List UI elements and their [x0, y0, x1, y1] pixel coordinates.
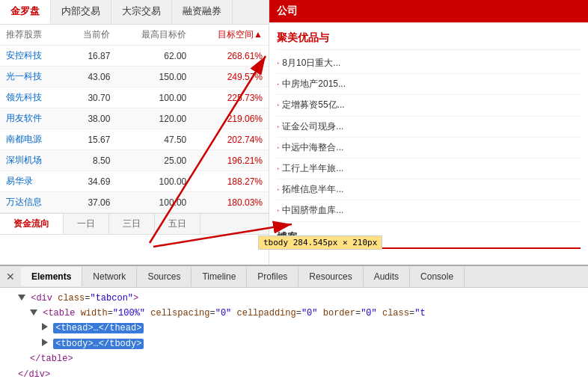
- stock-price: 8.50: [64, 150, 117, 171]
- stock-name: 南都电源: [0, 129, 64, 150]
- stock-space: 219.06%: [192, 108, 269, 129]
- stock-space: 268.61%: [192, 46, 269, 67]
- html-line-1: <div class="tabcon">: [6, 291, 582, 306]
- expand-icon-1[interactable]: [18, 295, 25, 301]
- devtools-tab-timeline[interactable]: Timeline: [192, 267, 247, 286]
- stock-space: 196.21%: [192, 150, 269, 171]
- tooltip-box: tbody 284.545px × 210px: [258, 235, 382, 250]
- sub-tab-1day[interactable]: 一日: [64, 214, 109, 234]
- html-line-2: <table width="100%" cellspacing="0" cell…: [6, 306, 582, 321]
- html-line-6: </div>: [6, 367, 582, 382]
- stock-high: 100.00: [116, 171, 192, 192]
- stock-price: 38.00: [64, 108, 117, 129]
- tab-bar: 金罗盘 内部交易 大宗交易 融资融券: [0, 0, 269, 25]
- devtools-tab-bar: ✕ Elements Network Sources Timeline Prof…: [0, 266, 588, 288]
- tab-neibujiaoy[interactable]: 内部交易: [51, 0, 111, 24]
- devtools-content: <div class="tabcon"> <table width="100%"…: [0, 288, 588, 385]
- stock-name: 易华录: [0, 171, 64, 192]
- stock-table: 推荐股票 当前价 最高目标价 目标空间▲ 安控科技 16.87 62.00 26…: [0, 25, 269, 213]
- news-item[interactable]: 工行上半年旅...: [277, 158, 581, 179]
- expand-icon-4[interactable]: [42, 339, 48, 346]
- table-row[interactable]: 用友软件 38.00 120.00 219.06%: [0, 108, 269, 129]
- stock-high: 62.00: [116, 46, 192, 67]
- right-panel: 公司 聚美优品与 8月10日重大...中房地产2015...定增募资55亿...…: [269, 0, 588, 268]
- stock-high: 100.00: [116, 87, 192, 108]
- devtools-panel: ✕ Elements Network Sources Timeline Prof…: [0, 265, 588, 385]
- news-item[interactable]: 拓维信息半年...: [277, 179, 581, 200]
- table-row[interactable]: 领先科技 30.70 100.00 225.73%: [0, 87, 269, 108]
- stock-panel: 金罗盘 内部交易 大宗交易 融资融券 推荐股票 当前价 最高目标价 目标空间▲ …: [0, 0, 269, 268]
- stock-price: 30.70: [64, 87, 117, 108]
- news-list: 8月10日重大...中房地产2015...定增募资55亿...证金公司现身...…: [277, 50, 581, 225]
- company-content: 聚美优品与 8月10日重大...中房地产2015...定增募资55亿...证金公…: [269, 22, 588, 256]
- stock-name: 光一科技: [0, 67, 64, 87]
- stock-high: 47.50: [116, 129, 192, 150]
- devtools-tab-sources[interactable]: Sources: [137, 267, 192, 286]
- sub-tabs: 资金流向 一日 三日 五日: [0, 213, 269, 235]
- devtools-close-icon[interactable]: ✕: [0, 266, 21, 287]
- news-item[interactable]: 证金公司现身...: [277, 117, 581, 138]
- stock-space: 202.74%: [192, 129, 269, 150]
- devtools-tab-console[interactable]: Console: [410, 267, 465, 286]
- devtools-tab-elements[interactable]: Elements: [21, 267, 82, 286]
- stock-price: 43.06: [64, 67, 117, 87]
- col-price: 当前价: [64, 25, 117, 46]
- stock-high: 100.00: [116, 192, 192, 213]
- stock-price: 34.69: [64, 171, 117, 192]
- stock-name: 安控科技: [0, 46, 64, 67]
- stock-high: 25.00: [116, 150, 192, 171]
- table-row[interactable]: 南都电源 15.67 47.50 202.74%: [0, 129, 269, 150]
- table-row[interactable]: 易华录 34.69 100.00 188.27%: [0, 171, 269, 192]
- table-row[interactable]: 光一科技 43.06 150.00 249.57%: [0, 67, 269, 87]
- stock-space: 249.57%: [192, 67, 269, 87]
- stock-price: 15.67: [64, 129, 117, 150]
- col-high: 最高目标价: [116, 25, 192, 46]
- stock-name: 用友软件: [0, 108, 64, 129]
- html-line-5: </table>: [6, 351, 582, 366]
- sub-tab-cashflow[interactable]: 资金流向: [0, 214, 64, 234]
- stock-high: 120.00: [116, 108, 192, 129]
- news-item[interactable]: 定增募资55亿...: [277, 95, 581, 116]
- devtools-tab-resources[interactable]: Resources: [298, 267, 363, 286]
- stock-name: 领先科技: [0, 87, 64, 108]
- news-item[interactable]: 8月10日重大...: [277, 53, 581, 74]
- table-row[interactable]: 安控科技 16.87 62.00 268.61%: [0, 46, 269, 67]
- sub-tab-3day[interactable]: 三日: [109, 214, 155, 234]
- tab-jinluopan[interactable]: 金罗盘: [0, 0, 51, 24]
- stock-name: 深圳机场: [0, 150, 64, 171]
- table-row[interactable]: 万达信息 37.06 100.00 180.03%: [0, 192, 269, 213]
- stock-name: 万达信息: [0, 192, 64, 213]
- stock-price: 37.06: [64, 192, 117, 213]
- col-name: 推荐股票: [0, 25, 64, 46]
- news-item[interactable]: 中国脐带血库...: [277, 200, 581, 221]
- company-name: 聚美优品与: [277, 27, 581, 50]
- stock-price: 16.87: [64, 46, 117, 67]
- sub-tab-5day[interactable]: 五日: [155, 214, 200, 234]
- col-space: 目标空间▲: [192, 25, 269, 46]
- company-header: 公司: [269, 0, 588, 22]
- news-item[interactable]: 中远中海整合...: [277, 138, 581, 158]
- html-line-3: <thead>…</thead>: [6, 321, 582, 336]
- stock-space: 188.27%: [192, 171, 269, 192]
- stock-high: 150.00: [116, 67, 192, 87]
- devtools-tab-profiles[interactable]: Profiles: [247, 267, 298, 286]
- expand-icon-3[interactable]: [42, 323, 48, 330]
- news-item[interactable]: 中房地产2015...: [277, 74, 581, 95]
- tbody-highlight[interactable]: <tbody>…</tbody>: [53, 339, 144, 349]
- tab-dazongjiaoyi[interactable]: 大宗交易: [111, 0, 172, 24]
- table-row[interactable]: 深圳机场 8.50 25.00 196.21%: [0, 150, 269, 171]
- stock-space: 225.73%: [192, 87, 269, 108]
- tab-ronzirongquan[interactable]: 融资融券: [172, 0, 233, 24]
- html-line-4: <tbody>…</tbody>: [6, 336, 582, 351]
- devtools-tab-audits[interactable]: Audits: [364, 267, 410, 286]
- thead-highlight[interactable]: <thead>…</thead>: [53, 323, 144, 333]
- expand-icon-2[interactable]: [30, 309, 37, 315]
- devtools-tab-network[interactable]: Network: [82, 267, 137, 286]
- stock-space: 180.03%: [192, 192, 269, 213]
